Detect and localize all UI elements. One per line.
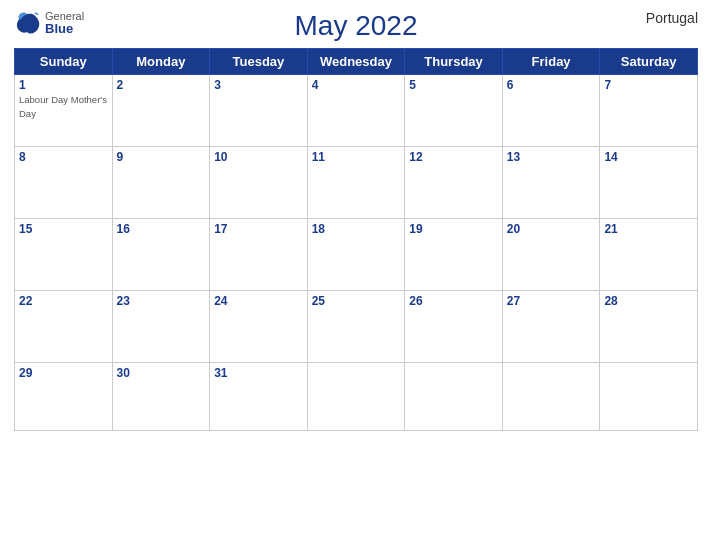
calendar-day-cell: 10 bbox=[210, 147, 308, 219]
calendar-day-cell: 4 bbox=[307, 75, 405, 147]
calendar-day-cell: 8 bbox=[15, 147, 113, 219]
day-number: 6 bbox=[507, 78, 596, 92]
header-tuesday: Tuesday bbox=[210, 49, 308, 75]
day-number: 10 bbox=[214, 150, 303, 164]
calendar-day-cell: 20 bbox=[502, 219, 600, 291]
header-monday: Monday bbox=[112, 49, 210, 75]
calendar-container: General Blue May 2022 Portugal Sunday Mo… bbox=[0, 0, 712, 550]
calendar-day-cell: 5 bbox=[405, 75, 503, 147]
day-number: 8 bbox=[19, 150, 108, 164]
calendar-day-cell: 18 bbox=[307, 219, 405, 291]
logo-blue-text: Blue bbox=[45, 22, 84, 36]
calendar-day-cell: 29 bbox=[15, 363, 113, 431]
day-number: 18 bbox=[312, 222, 401, 236]
day-number: 22 bbox=[19, 294, 108, 308]
day-number: 12 bbox=[409, 150, 498, 164]
day-number: 26 bbox=[409, 294, 498, 308]
day-number: 4 bbox=[312, 78, 401, 92]
calendar-day-cell: 26 bbox=[405, 291, 503, 363]
day-number: 14 bbox=[604, 150, 693, 164]
day-number: 11 bbox=[312, 150, 401, 164]
calendar-week-row: 891011121314 bbox=[15, 147, 698, 219]
calendar-day-cell bbox=[405, 363, 503, 431]
calendar-header: General Blue May 2022 Portugal bbox=[14, 10, 698, 42]
day-number: 27 bbox=[507, 294, 596, 308]
calendar-day-cell bbox=[600, 363, 698, 431]
calendar-day-cell: 11 bbox=[307, 147, 405, 219]
day-number: 17 bbox=[214, 222, 303, 236]
calendar-day-cell: 16 bbox=[112, 219, 210, 291]
calendar-day-cell: 19 bbox=[405, 219, 503, 291]
calendar-day-cell: 23 bbox=[112, 291, 210, 363]
day-number: 19 bbox=[409, 222, 498, 236]
calendar-week-row: 22232425262728 bbox=[15, 291, 698, 363]
holiday-label: Labour Day Mother's Day bbox=[19, 94, 107, 119]
logo-area: General Blue bbox=[14, 10, 84, 36]
day-number: 30 bbox=[117, 366, 206, 380]
calendar-day-cell bbox=[502, 363, 600, 431]
logo-bird-icon bbox=[14, 12, 42, 34]
calendar-day-cell: 14 bbox=[600, 147, 698, 219]
calendar-week-row: 1Labour Day Mother's Day234567 bbox=[15, 75, 698, 147]
calendar-table: Sunday Monday Tuesday Wednesday Thursday… bbox=[14, 48, 698, 431]
calendar-day-cell: 30 bbox=[112, 363, 210, 431]
day-number: 21 bbox=[604, 222, 693, 236]
calendar-day-cell: 7 bbox=[600, 75, 698, 147]
day-number: 3 bbox=[214, 78, 303, 92]
calendar-day-cell: 1Labour Day Mother's Day bbox=[15, 75, 113, 147]
calendar-day-cell: 21 bbox=[600, 219, 698, 291]
calendar-day-cell: 3 bbox=[210, 75, 308, 147]
calendar-day-cell: 28 bbox=[600, 291, 698, 363]
day-number: 9 bbox=[117, 150, 206, 164]
calendar-day-cell: 31 bbox=[210, 363, 308, 431]
day-number: 16 bbox=[117, 222, 206, 236]
day-number: 2 bbox=[117, 78, 206, 92]
header-sunday: Sunday bbox=[15, 49, 113, 75]
calendar-day-cell: 9 bbox=[112, 147, 210, 219]
day-number: 15 bbox=[19, 222, 108, 236]
calendar-day-cell: 15 bbox=[15, 219, 113, 291]
header-friday: Friday bbox=[502, 49, 600, 75]
day-number: 5 bbox=[409, 78, 498, 92]
calendar-week-row: 293031 bbox=[15, 363, 698, 431]
calendar-week-row: 15161718192021 bbox=[15, 219, 698, 291]
country-label: Portugal bbox=[646, 10, 698, 26]
day-number: 25 bbox=[312, 294, 401, 308]
day-number: 20 bbox=[507, 222, 596, 236]
day-number: 31 bbox=[214, 366, 303, 380]
header-saturday: Saturday bbox=[600, 49, 698, 75]
day-number: 1 bbox=[19, 78, 108, 92]
calendar-day-cell: 6 bbox=[502, 75, 600, 147]
calendar-day-cell: 2 bbox=[112, 75, 210, 147]
calendar-title: May 2022 bbox=[295, 10, 418, 42]
weekday-header-row: Sunday Monday Tuesday Wednesday Thursday… bbox=[15, 49, 698, 75]
calendar-day-cell bbox=[307, 363, 405, 431]
day-number: 13 bbox=[507, 150, 596, 164]
calendar-day-cell: 12 bbox=[405, 147, 503, 219]
day-number: 28 bbox=[604, 294, 693, 308]
logo-words: General Blue bbox=[45, 10, 84, 36]
calendar-day-cell: 13 bbox=[502, 147, 600, 219]
calendar-day-cell: 24 bbox=[210, 291, 308, 363]
calendar-day-cell: 22 bbox=[15, 291, 113, 363]
calendar-day-cell: 27 bbox=[502, 291, 600, 363]
calendar-day-cell: 17 bbox=[210, 219, 308, 291]
day-number: 23 bbox=[117, 294, 206, 308]
day-number: 29 bbox=[19, 366, 108, 380]
calendar-day-cell: 25 bbox=[307, 291, 405, 363]
header-wednesday: Wednesday bbox=[307, 49, 405, 75]
header-thursday: Thursday bbox=[405, 49, 503, 75]
day-number: 24 bbox=[214, 294, 303, 308]
day-number: 7 bbox=[604, 78, 693, 92]
